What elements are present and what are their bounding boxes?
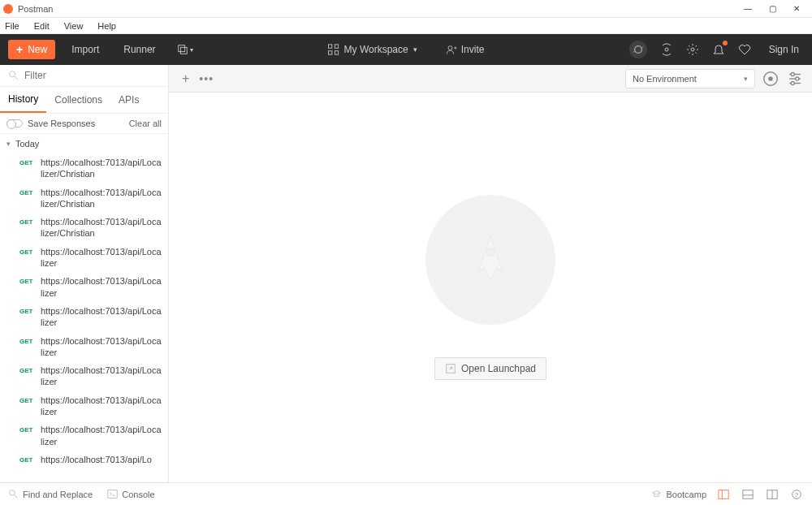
- svg-point-18: [791, 72, 794, 76]
- history-item[interactable]: GEThttps://localhost:7013/api/Localizer/…: [0, 183, 168, 214]
- history-item[interactable]: GEThttps://localhost:7013/api/Localizer: [0, 243, 168, 273]
- sidebar-tabs: History Collections APIs: [0, 87, 168, 114]
- svg-point-19: [796, 76, 799, 80]
- help-icon[interactable]: ?: [789, 488, 804, 501]
- menu-help[interactable]: Help: [97, 21, 116, 31]
- app-menubar: File Edit View Help: [0, 18, 812, 34]
- bootcamp-label: Bootcamp: [666, 490, 706, 499]
- layout-pane-bottom-icon[interactable]: [741, 488, 755, 501]
- app-logo: [3, 4, 13, 14]
- history-item[interactable]: GEThttps://localhost:7013/api/Localizer: [0, 391, 168, 421]
- sync-icon[interactable]: [629, 41, 647, 58]
- window-maximize-button[interactable]: ▢: [760, 0, 784, 18]
- tab-options-button[interactable]: •••: [194, 69, 218, 88]
- runner-button[interactable]: Runner: [115, 40, 163, 59]
- history-url: https://localhost:7013/api/Localizer/Chr…: [41, 157, 163, 180]
- sign-in-button[interactable]: Sign In: [764, 41, 804, 58]
- window-minimize-button[interactable]: —: [736, 0, 760, 18]
- clear-all-button[interactable]: Clear all: [129, 119, 162, 128]
- import-button[interactable]: Import: [63, 40, 107, 59]
- new-tab-button[interactable]: +: [177, 69, 194, 88]
- new-button-label: New: [28, 44, 47, 55]
- history-url: https://localhost:7013/api/Localizer/Chr…: [41, 187, 163, 210]
- history-url: https://localhost:7013/api/Lo: [41, 454, 152, 465]
- rocket-icon: [458, 227, 523, 292]
- filter-input[interactable]: [24, 70, 160, 81]
- new-button[interactable]: + New: [8, 40, 55, 59]
- history-method: GET: [19, 305, 41, 329]
- environment-area: No Environment ▾: [625, 69, 804, 88]
- sidebar-filter: [0, 65, 168, 87]
- open-icon: [445, 363, 456, 374]
- save-responses-toggle[interactable]: [6, 119, 23, 127]
- launchpad-illustration: [425, 195, 555, 325]
- svg-rect-5: [335, 51, 338, 54]
- history-list[interactable]: GEThttps://localhost:7013/api/Localizer/…: [0, 153, 168, 482]
- empty-canvas: Open Launchpad: [169, 93, 812, 482]
- history-method: GET: [19, 424, 41, 447]
- history-item[interactable]: GEThttps://localhost:7013/api/Localizer: [0, 332, 168, 362]
- svg-rect-28: [743, 490, 753, 499]
- history-item[interactable]: GEThttps://localhost:7013/api/Localizer: [0, 272, 168, 302]
- svg-point-11: [10, 71, 15, 77]
- history-item[interactable]: GEThttps://localhost:7013/api/Localizer: [0, 302, 168, 332]
- open-launchpad-button[interactable]: Open Launchpad: [434, 357, 546, 380]
- console-icon: [107, 489, 118, 499]
- main-area: + ••• No Environment ▾: [169, 65, 812, 482]
- console-button[interactable]: Console: [107, 489, 154, 499]
- menu-file[interactable]: File: [5, 21, 19, 31]
- find-replace-label: Find and Replace: [23, 490, 93, 499]
- open-launchpad-label: Open Launchpad: [461, 363, 536, 374]
- environment-settings-icon[interactable]: [786, 70, 804, 88]
- svg-rect-2: [328, 45, 331, 48]
- chevron-down-icon: ▾: [744, 75, 748, 83]
- svg-rect-4: [328, 51, 331, 54]
- history-item[interactable]: GEThttps://localhost:7013/api/Localizer: [0, 421, 168, 451]
- history-item[interactable]: GEThttps://localhost:7013/api/Localizer/…: [0, 153, 168, 183]
- environment-selector[interactable]: No Environment ▾: [625, 69, 755, 88]
- history-item[interactable]: GEThttps://localhost:7013/api/Lo: [0, 451, 168, 468]
- search-icon: [8, 489, 19, 499]
- history-url: https://localhost:7013/api/Localizer: [41, 365, 163, 388]
- new-window-button[interactable]: ▾: [172, 41, 198, 58]
- statusbar: Find and Replace Console Bootcamp ?: [0, 482, 812, 505]
- find-and-replace-button[interactable]: Find and Replace: [8, 489, 93, 499]
- history-method: GET: [19, 157, 41, 180]
- app-toolbar: + New Import Runner ▾ My Workspace ▾ Inv…: [0, 34, 812, 65]
- settings-icon[interactable]: [686, 43, 699, 56]
- app-body: History Collections APIs Save Responses …: [0, 65, 812, 482]
- tab-history[interactable]: History: [0, 87, 46, 113]
- chevron-down-icon: ▾: [6, 140, 11, 148]
- save-responses-label: Save Responses: [28, 119, 95, 128]
- history-item[interactable]: GEThttps://localhost:7013/api/Localizer/…: [0, 213, 168, 243]
- window-close-button[interactable]: ✕: [784, 0, 809, 18]
- workspace-label: My Workspace: [344, 44, 408, 55]
- invite-button[interactable]: Invite: [440, 40, 491, 59]
- history-group-label: Today: [15, 139, 39, 149]
- tab-apis[interactable]: APIs: [110, 88, 147, 112]
- heart-icon[interactable]: [738, 43, 751, 56]
- history-item[interactable]: GEThttps://localhost:7013/api/Localizer: [0, 361, 168, 391]
- history-group-today[interactable]: ▾ Today: [0, 134, 168, 153]
- svg-point-20: [791, 81, 794, 84]
- svg-point-23: [10, 490, 15, 496]
- layout-two-pane-icon[interactable]: [765, 488, 780, 501]
- menu-view[interactable]: View: [64, 21, 84, 31]
- satellite-icon[interactable]: [660, 43, 673, 56]
- bootcamp-button[interactable]: Bootcamp: [651, 489, 706, 499]
- history-url: https://localhost:7013/api/Localizer: [41, 275, 163, 299]
- plus-icon: +: [16, 44, 23, 55]
- svg-rect-0: [178, 45, 184, 52]
- history-url: https://localhost:7013/api/Localizer/Chr…: [41, 216, 163, 240]
- svg-rect-3: [335, 45, 338, 48]
- environment-quick-look-icon[interactable]: [762, 70, 780, 88]
- workspace-selector[interactable]: My Workspace ▾: [322, 40, 424, 59]
- tab-collections[interactable]: Collections: [46, 88, 110, 112]
- notification-badge: [723, 41, 728, 45]
- request-tabbar: + ••• No Environment ▾: [169, 65, 812, 93]
- layout-pane-left-icon[interactable]: [716, 488, 731, 501]
- history-url: https://localhost:7013/api/Localizer: [41, 246, 163, 270]
- notifications-icon[interactable]: [712, 43, 725, 56]
- menu-edit[interactable]: Edit: [34, 21, 50, 31]
- history-method: GET: [19, 216, 41, 240]
